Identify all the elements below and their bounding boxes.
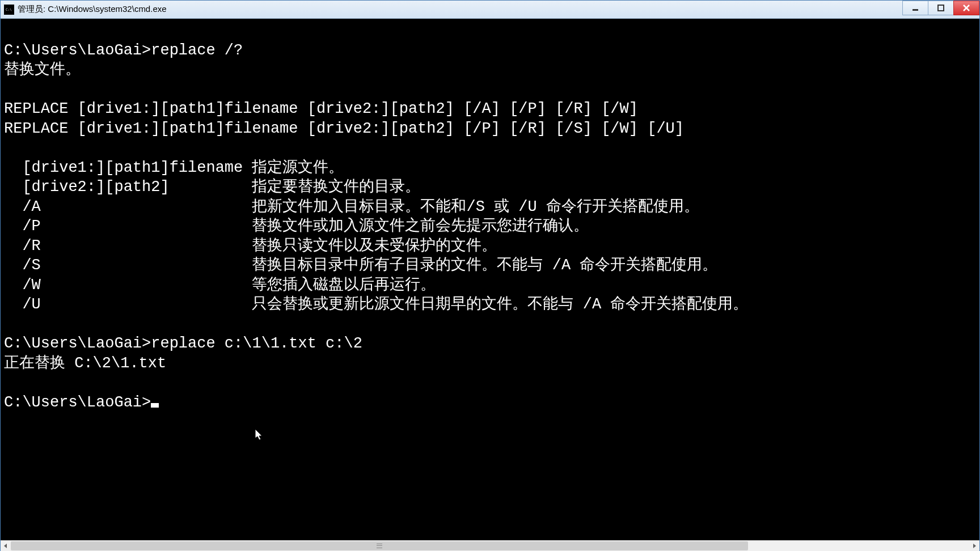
terminal-line: C:\Users\LaoGai>replace c:\1\1.txt c:\2 [4, 334, 976, 354]
terminal-line: C:\Users\LaoGai> [4, 393, 976, 413]
svg-line-5 [964, 5, 969, 11]
horizontal-scrollbar[interactable] [1, 540, 979, 550]
terminal-line [4, 315, 976, 334]
scroll-track[interactable] [11, 541, 969, 551]
terminal-line: REPLACE [drive1:][path1]filename [drive2… [4, 119, 976, 139]
svg-marker-6 [4, 544, 7, 548]
svg-text:C:\: C:\ [6, 7, 12, 11]
close-icon [962, 4, 970, 12]
window-controls [903, 1, 979, 15]
maximize-button[interactable] [928, 1, 954, 15]
terminal-line: 正在替换 C:\2\1.txt [4, 354, 976, 374]
terminal-line: /S 替换目标目录中所有子目录的文件。不能与 /A 命令开关搭配使用。 [4, 256, 976, 276]
scroll-grip-icon [377, 544, 382, 548]
terminal-line: /W 等您插入磁盘以后再运行。 [4, 276, 976, 295]
terminal-line [4, 21, 976, 41]
svg-rect-2 [913, 9, 918, 11]
terminal-line: /A 把新文件加入目标目录。不能和/S 或 /U 命令行开关搭配使用。 [4, 197, 976, 217]
terminal-line: 替换文件。 [4, 60, 976, 80]
terminal-line: /U 只会替换或更新比源文件日期早的文件。不能与 /A 命令开关搭配使用。 [4, 295, 976, 315]
chevron-left-icon [3, 544, 8, 548]
scroll-right-button[interactable] [969, 541, 979, 551]
text-cursor [151, 403, 159, 408]
minimize-button[interactable] [902, 1, 928, 15]
minimize-icon [912, 5, 919, 11]
maximize-icon [937, 5, 944, 11]
terminal-output[interactable]: C:\Users\LaoGai>replace /?替换文件。 REPLACE … [1, 19, 979, 540]
scroll-left-button[interactable] [1, 541, 11, 551]
window-title: 管理员: C:\Windows\system32\cmd.exe [18, 4, 167, 15]
terminal-line [4, 373, 976, 393]
terminal-line: /R 替换只读文件以及未受保护的文件。 [4, 236, 976, 256]
svg-marker-7 [973, 544, 976, 548]
terminal-line [4, 138, 976, 158]
terminal-line [4, 80, 976, 100]
cmd-window: C:\ 管理员: C:\Windows\system32\cmd.exe [0, 0, 980, 551]
terminal-line: [drive1:][path1]filename 指定源文件。 [4, 158, 976, 178]
terminal-line: C:\Users\LaoGai>replace /? [4, 41, 976, 61]
terminal-line: REPLACE [drive1:][path1]filename [drive2… [4, 99, 976, 119]
chevron-right-icon [972, 544, 977, 548]
titlebar[interactable]: C:\ 管理员: C:\Windows\system32\cmd.exe [1, 1, 979, 19]
close-button[interactable] [953, 1, 979, 15]
scroll-thumb[interactable] [11, 541, 748, 550]
terminal-line: [drive2:][path2] 指定要替换文件的目录。 [4, 177, 976, 197]
svg-rect-3 [938, 5, 944, 11]
cmd-icon: C:\ [4, 5, 14, 15]
terminal-line: /P 替换文件或加入源文件之前会先提示您进行确认。 [4, 217, 976, 236]
svg-line-4 [964, 5, 969, 11]
